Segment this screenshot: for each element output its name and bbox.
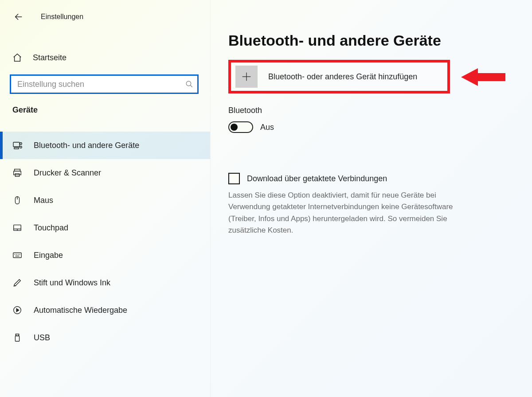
page-title: Bluetooth- und andere Geräte [228,32,514,49]
add-device-label: Bluetooth- oder anderes Gerät hinzufügen [268,72,417,82]
bluetooth-state-label: Aus [260,123,274,132]
svg-point-5 [20,143,22,144]
svg-marker-29 [461,68,505,86]
sidebar-item-label: Bluetooth- und andere Geräte [34,141,139,150]
section-title: Geräte [12,105,210,115]
sidebar-item-typing[interactable]: Eingabe [0,241,210,269]
bluetooth-toggle[interactable] [228,121,253,133]
svg-rect-8 [14,171,21,175]
pen-icon [12,278,24,288]
autoplay-icon [12,305,24,315]
svg-rect-4 [14,148,19,149]
sidebar-item-label: Automatische Wiedergabe [34,306,127,315]
window-header: Einstellungen [0,8,210,26]
metered-checkbox-label: Download über getaktete Verbindungen [247,174,387,183]
sidebar-item-mouse[interactable]: Maus [0,187,210,214]
home-link[interactable]: Startseite [0,49,210,66]
sidebar-item-label: Eingabe [34,251,63,260]
metered-checkbox[interactable] [228,173,240,184]
sidebar-item-usb[interactable]: USB [0,324,210,351]
mouse-icon [12,195,24,205]
sidebar: Einstellungen Startseite Geräte [0,0,211,397]
home-icon [12,53,23,62]
sidebar-item-label: USB [34,333,50,343]
svg-point-6 [20,146,22,148]
usb-icon [12,333,24,343]
search-icon[interactable] [181,80,197,88]
keyboard-icon [12,250,24,260]
sidebar-item-label: Drucker & Scanner [34,168,101,178]
svg-rect-23 [16,334,19,336]
printer-icon [12,168,24,178]
bluetooth-section: Bluetooth Aus [228,106,514,133]
app-title: Einstellungen [41,13,83,21]
sidebar-item-pen[interactable]: Stift und Windows Ink [0,269,210,296]
search-input[interactable] [11,76,181,93]
plus-icon [235,66,258,88]
sidebar-item-autoplay[interactable]: Automatische Wiedergabe [0,296,210,324]
sidebar-item-label: Maus [34,196,53,205]
home-label: Startseite [33,53,66,62]
back-icon[interactable] [12,11,25,23]
nav-list: Bluetooth- und andere Geräte Drucker & S… [0,132,210,351]
metered-section: Download über getaktete Verbindungen Las… [228,173,514,236]
bluetooth-devices-icon [12,140,24,151]
svg-marker-22 [16,308,19,311]
bluetooth-header: Bluetooth [228,106,514,115]
sidebar-item-bluetooth[interactable]: Bluetooth- und andere Geräte [0,132,210,159]
add-device-button[interactable]: Bluetooth- oder anderes Gerät hinzufügen [228,60,450,93]
main-panel: Bluetooth- und andere Geräte Bluetooth- … [211,0,532,397]
touchpad-icon [12,223,24,233]
search-box[interactable] [10,74,199,94]
sidebar-item-label: Touchpad [34,223,68,233]
annotation-arrow-icon [461,67,505,89]
svg-rect-3 [13,142,20,147]
sidebar-item-touchpad[interactable]: Touchpad [0,214,210,241]
svg-rect-15 [13,253,21,258]
svg-line-2 [190,85,192,87]
svg-point-1 [186,81,191,86]
sidebar-item-label: Stift und Windows Ink [34,278,110,288]
svg-rect-24 [15,336,19,341]
metered-description: Lassen Sie diese Option deaktiviert, dam… [228,190,477,236]
sidebar-item-printers[interactable]: Drucker & Scanner [0,159,210,187]
